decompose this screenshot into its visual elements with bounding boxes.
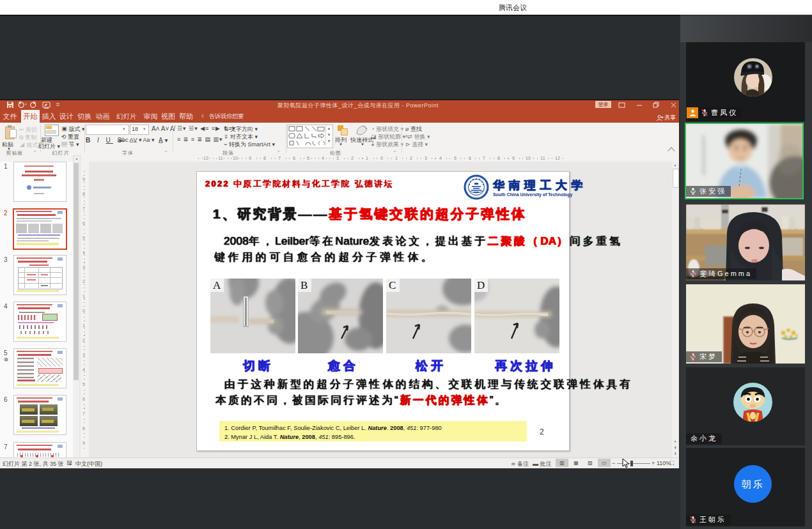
svg-text:C: C bbox=[389, 279, 396, 291]
svg-text:A: A bbox=[213, 279, 221, 291]
svg-text:B: B bbox=[301, 279, 308, 291]
svg-text:D: D bbox=[477, 279, 485, 291]
